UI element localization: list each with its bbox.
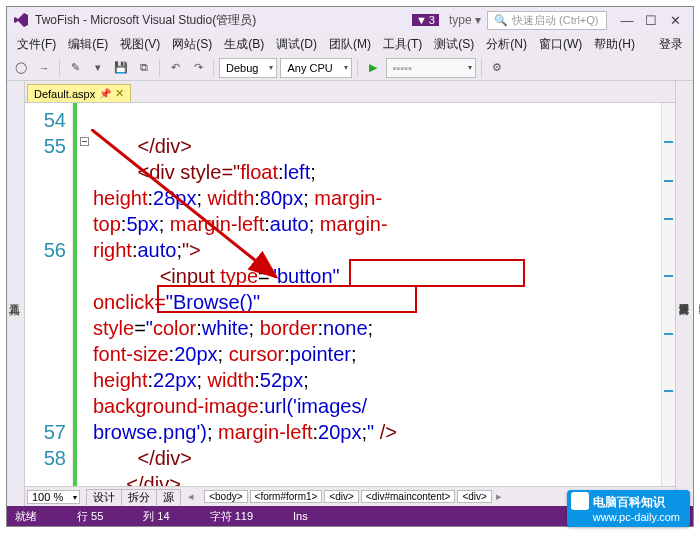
config-dropdown[interactable]: Debug▾ <box>219 58 277 78</box>
code-editor[interactable]: 54 55 56 57 58 </div> <div style="float:… <box>25 103 675 486</box>
line-numbers: 54 55 56 57 58 <box>25 103 73 486</box>
view-design-tab[interactable]: 设计 <box>86 489 122 505</box>
status-col: 列 14 <box>143 509 169 524</box>
nav-prev-icon[interactable]: ◂ <box>188 490 194 503</box>
crumb[interactable]: <body> <box>204 490 247 503</box>
menu-build[interactable]: 生成(B) <box>218 36 270 53</box>
zoom-dropdown[interactable]: 100 %▾ <box>27 490 80 504</box>
window-title: TwoFish - Microsoft Visual Studio(管理员) <box>35 12 256 29</box>
status-line: 行 55 <box>77 509 103 524</box>
nav-next-icon[interactable]: ▸ <box>496 490 502 503</box>
minimize-button[interactable]: — <box>615 13 639 28</box>
new-icon[interactable]: ✎ <box>65 58 85 78</box>
document-tab-well: Default.aspx 📌 ✕ <box>25 81 675 103</box>
redo-icon[interactable]: ↷ <box>188 58 208 78</box>
platform-dropdown[interactable]: Any CPU▾ <box>280 58 351 78</box>
menu-window[interactable]: 窗口(W) <box>533 36 588 53</box>
menu-site[interactable]: 网站(S) <box>166 36 218 53</box>
login-link[interactable]: 登录 <box>653 36 689 53</box>
nav-fwd-icon[interactable]: → <box>34 58 54 78</box>
menu-help[interactable]: 帮助(H) <box>588 36 641 53</box>
annotation-box <box>349 259 525 287</box>
status-char: 字符 119 <box>210 509 253 524</box>
watermark: 电脑百科知识 www.pc-daily.com <box>567 490 690 527</box>
titlebar: TwoFish - Microsoft Visual Studio(管理员) ▼… <box>7 7 693 33</box>
status-ins: Ins <box>293 510 308 522</box>
crumb[interactable]: <form#form1> <box>250 490 323 503</box>
tab-close-icon[interactable]: ✕ <box>115 87 124 100</box>
menubar: 文件(F) 编辑(E) 视图(V) 网站(S) 生成(B) 调试(D) 团队(M… <box>7 33 693 55</box>
start-icon[interactable]: ▶ <box>363 58 383 78</box>
close-button[interactable]: ✕ <box>663 13 687 28</box>
notification-badge[interactable]: ▼3 <box>412 14 439 26</box>
view-source-tab[interactable]: 源 <box>156 489 181 505</box>
tag-breadcrumb: <body> <form#form1> <div> <div#mainconte… <box>204 490 492 503</box>
crumb[interactable]: <div> <box>457 490 491 503</box>
save-icon[interactable]: 💾 <box>111 58 131 78</box>
tab-label: Default.aspx <box>34 88 95 100</box>
nav-back-icon[interactable]: ◯ <box>11 58 31 78</box>
document-tab[interactable]: Default.aspx 📌 ✕ <box>27 84 131 102</box>
toolbar: ◯ → ✎ ▾ 💾 ⧉ ↶ ↷ Debug▾ Any CPU▾ ▶ ▪▪▪▪▪▾… <box>7 55 693 81</box>
menu-tools[interactable]: 工具(T) <box>377 36 428 53</box>
menu-file[interactable]: 文件(F) <box>11 36 62 53</box>
feedback-icon[interactable]: type ▾ <box>449 13 481 27</box>
menu-analyze[interactable]: 分析(N) <box>480 36 533 53</box>
maximize-button[interactable]: ☐ <box>639 13 663 28</box>
tool-icon[interactable]: ⚙ <box>487 58 507 78</box>
scroll-map[interactable] <box>661 103 675 486</box>
view-split-tab[interactable]: 拆分 <box>121 489 157 505</box>
vs-logo-icon <box>13 12 29 28</box>
menu-team[interactable]: 团队(M) <box>323 36 377 53</box>
open-icon[interactable]: ▾ <box>88 58 108 78</box>
menu-edit[interactable]: 编辑(E) <box>62 36 114 53</box>
menu-view[interactable]: 视图(V) <box>114 36 166 53</box>
pin-icon[interactable]: 📌 <box>99 88 111 99</box>
quick-launch-input[interactable]: 🔍快速启动 (Ctrl+Q) <box>487 11 607 30</box>
browser-dropdown[interactable]: ▪▪▪▪▪▾ <box>386 58 476 78</box>
crumb[interactable]: <div#maincontent> <box>361 490 456 503</box>
toolbox-panel-tab[interactable]: 工具箱 <box>7 81 25 506</box>
code-text[interactable]: </div> <div style="float:left; height:28… <box>91 103 661 486</box>
menu-debug[interactable]: 调试(D) <box>270 36 323 53</box>
status-ready: 就绪 <box>15 509 37 524</box>
undo-icon[interactable]: ↶ <box>165 58 185 78</box>
save-all-icon[interactable]: ⧉ <box>134 58 154 78</box>
crumb[interactable]: <div> <box>324 490 358 503</box>
right-panel-tabs: 解决方案资源管理器 团队资源管理器 属性 <box>675 81 693 506</box>
menu-test[interactable]: 测试(S) <box>428 36 480 53</box>
outline-margin[interactable] <box>77 103 91 486</box>
watermark-logo-icon <box>571 492 589 510</box>
